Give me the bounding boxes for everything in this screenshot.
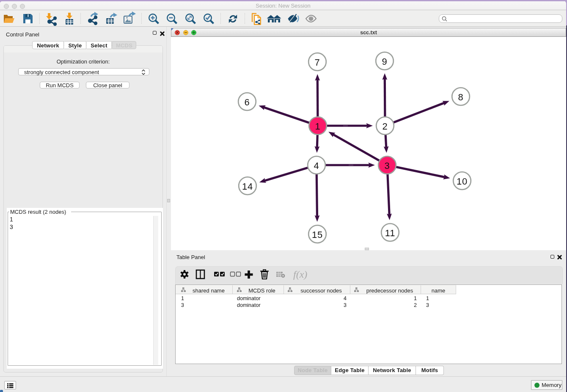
svg-text:6: 6	[244, 97, 250, 108]
svg-text:name: name	[432, 287, 446, 294]
svg-text:1: 1	[315, 121, 320, 132]
svg-text:3: 3	[181, 302, 184, 308]
svg-text:7: 7	[314, 57, 320, 68]
svg-text:3: 3	[426, 302, 429, 308]
svg-text:9: 9	[382, 56, 387, 67]
svg-text:MCDS role: MCDS role	[248, 287, 275, 294]
svg-text:shared name: shared name	[193, 287, 225, 294]
svg-text:predecessor nodes: predecessor nodes	[366, 287, 413, 294]
svg-text:1: 1	[181, 295, 184, 301]
svg-text:8: 8	[458, 92, 463, 102]
svg-text:11: 11	[385, 228, 395, 238]
svg-text:3: 3	[344, 302, 347, 308]
svg-text:1: 1	[426, 295, 429, 301]
svg-text:2: 2	[414, 302, 417, 308]
svg-text:14: 14	[242, 181, 253, 192]
svg-text:dominator: dominator	[237, 295, 261, 301]
svg-text:1: 1	[414, 295, 417, 301]
svg-text:2: 2	[382, 121, 388, 132]
svg-text:4: 4	[314, 160, 319, 171]
svg-text:15: 15	[312, 229, 323, 240]
svg-text:4: 4	[344, 295, 347, 301]
svg-text:3: 3	[384, 160, 390, 171]
svg-text:successor nodes: successor nodes	[300, 287, 342, 294]
svg-text:f(x): f(x)	[293, 269, 307, 280]
svg-text:10: 10	[457, 176, 468, 187]
svg-text:dominator: dominator	[237, 302, 261, 308]
